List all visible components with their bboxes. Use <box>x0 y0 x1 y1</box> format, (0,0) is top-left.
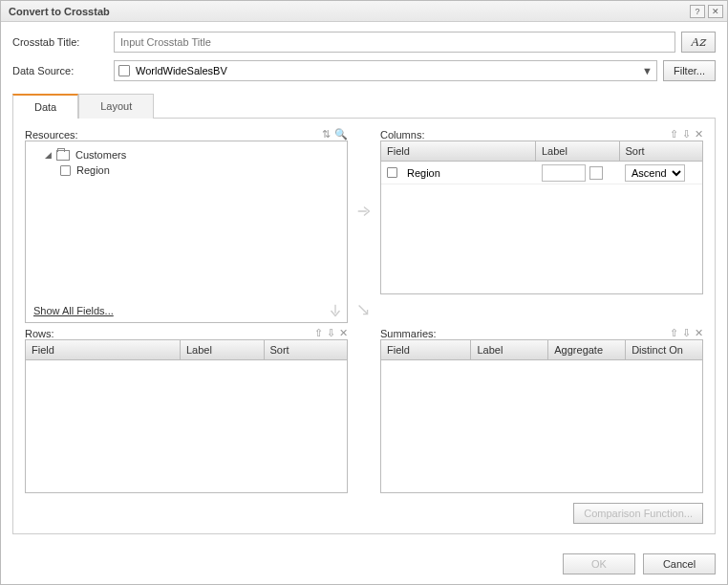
columns-label-checkbox[interactable] <box>589 166 603 180</box>
crosstab-title-label: Crosstab Title: <box>12 36 108 48</box>
columns-box: Field Label Sort Region <box>380 141 703 294</box>
close-button[interactable]: ✕ <box>708 5 723 18</box>
rows-sort-header: Sort <box>265 340 348 359</box>
field-icon <box>60 165 71 176</box>
columns-remove-icon[interactable]: ✕ <box>695 128 703 141</box>
sum-label-header: Label <box>471 340 548 359</box>
cancel-button[interactable]: Cancel <box>643 553 716 574</box>
rows-label-header: Label <box>181 340 265 359</box>
dialog-title: Convert to Crosstab <box>5 6 687 17</box>
columns-label-row: Columns: ⇧ ⇩ ✕ <box>380 128 703 141</box>
tab-data[interactable]: Data <box>12 94 78 119</box>
sum-distinct-header: Distinct On <box>626 340 702 359</box>
comparison-function-button[interactable]: Comparison Function... <box>573 503 703 524</box>
tree-label: Customers <box>75 149 126 161</box>
resources-label: Resources: <box>25 129 78 141</box>
col-label-header: Label <box>536 141 620 161</box>
filter-button[interactable]: Filter... <box>663 60 716 81</box>
rows-label-row: Rows: ⇧ ⇩ ✕ <box>25 327 348 339</box>
rows-panel: Rows: ⇧ ⇩ ✕ Field Label Sort <box>25 327 348 493</box>
datasource-icon <box>118 65 130 76</box>
crosstab-title-input[interactable] <box>114 32 675 53</box>
columns-up-icon[interactable]: ⇧ <box>670 128 678 141</box>
rows-label: Rows: <box>25 328 54 339</box>
tree-node-customers[interactable]: ◢ Customers <box>32 147 341 162</box>
footer: OK Cancel <box>1 544 727 584</box>
resources-tree[interactable]: ◢ Customers Region <box>26 141 347 299</box>
rows-field-header: Field <box>26 340 181 359</box>
col-sort-header: Sort <box>620 141 703 161</box>
tree-label: Region <box>76 164 110 176</box>
dropdown-caret-icon: ▼ <box>642 65 653 76</box>
arrow-diagonal[interactable] <box>352 298 376 323</box>
data-source-label: Data Source: <box>12 65 108 76</box>
resources-panel: Resources: ⇅ 🔍 ◢ Customers <box>25 128 348 323</box>
rows-up-icon[interactable]: ⇧ <box>314 327 323 339</box>
data-source-value: WorldWideSalesBV <box>136 65 227 76</box>
crosstab-title-row: Crosstab Title: Aᴢ <box>12 32 716 53</box>
columns-panel: Columns: ⇧ ⇩ ✕ Field Label Sort <box>380 128 703 294</box>
dialog: Convert to Crosstab ? ✕ Crosstab Title: … <box>0 0 728 585</box>
workarea: Resources: ⇅ 🔍 ◢ Customers <box>12 119 716 534</box>
columns-down-icon[interactable]: ⇩ <box>682 128 691 141</box>
rows-body[interactable] <box>26 360 347 492</box>
content: Crosstab Title: Aᴢ Data Source: WorldWid… <box>1 22 727 544</box>
summaries-down-icon[interactable]: ⇩ <box>682 327 691 339</box>
rows-remove-icon[interactable]: ✕ <box>339 327 348 339</box>
columns-header: Field Label Sort <box>381 141 702 162</box>
sum-aggregate-header: Aggregate <box>548 340 626 359</box>
data-source-select[interactable]: WorldWideSalesBV ▼ <box>114 60 657 81</box>
sum-field-header: Field <box>381 340 471 359</box>
col-field-header: Field <box>381 141 536 161</box>
summaries-body[interactable] <box>381 360 702 492</box>
resources-sort-icon[interactable]: ⇅ <box>322 128 331 141</box>
columns-field-value: Region <box>407 167 440 179</box>
summaries-up-icon[interactable]: ⇧ <box>670 327 678 339</box>
arrow-down[interactable] <box>25 298 348 323</box>
columns-label: Columns: <box>380 129 424 141</box>
rows-down-icon[interactable]: ⇩ <box>327 327 335 339</box>
columns-label-input[interactable] <box>542 164 586 182</box>
comparison-row: Comparison Function... <box>380 503 703 524</box>
data-source-row: Data Source: WorldWideSalesBV ▼ Filter..… <box>12 60 716 81</box>
font-button[interactable]: Aᴢ <box>681 32 716 53</box>
summaries-label: Summaries: <box>380 328 437 339</box>
rows-box: Field Label Sort <box>25 339 348 493</box>
columns-sort-select[interactable]: Ascend <box>625 164 685 182</box>
tabs: Data Layout <box>12 93 716 119</box>
summaries-header: Field Label Aggregate Distinct On <box>381 340 702 360</box>
resources-search-icon[interactable]: 🔍 <box>334 128 348 141</box>
summaries-label-row: Summaries: ⇧ ⇩ ✕ <box>380 327 703 339</box>
rows-header: Field Label Sort <box>26 340 347 360</box>
tree-node-region[interactable]: Region <box>32 162 341 178</box>
arrow-right[interactable] <box>352 128 376 294</box>
summaries-remove-icon[interactable]: ✕ <box>695 327 703 339</box>
resources-label-row: Resources: ⇅ 🔍 <box>25 128 348 141</box>
field-icon <box>387 167 397 178</box>
summaries-box: Field Label Aggregate Distinct On <box>380 339 703 493</box>
summaries-panel: Summaries: ⇧ ⇩ ✕ Field Label Aggregate D… <box>380 327 703 493</box>
tab-layout[interactable]: Layout <box>78 94 154 119</box>
columns-body: Region Ascend <box>381 162 702 293</box>
resources-box: ◢ Customers Region Show All Fields... <box>25 141 348 323</box>
expander-icon[interactable]: ◢ <box>45 150 54 160</box>
folder-icon <box>56 150 70 161</box>
titlebar: Convert to Crosstab ? ✕ <box>1 1 727 22</box>
help-button[interactable]: ? <box>690 5 705 18</box>
ok-button[interactable]: OK <box>563 553 635 574</box>
columns-row[interactable]: Region Ascend <box>381 162 702 184</box>
